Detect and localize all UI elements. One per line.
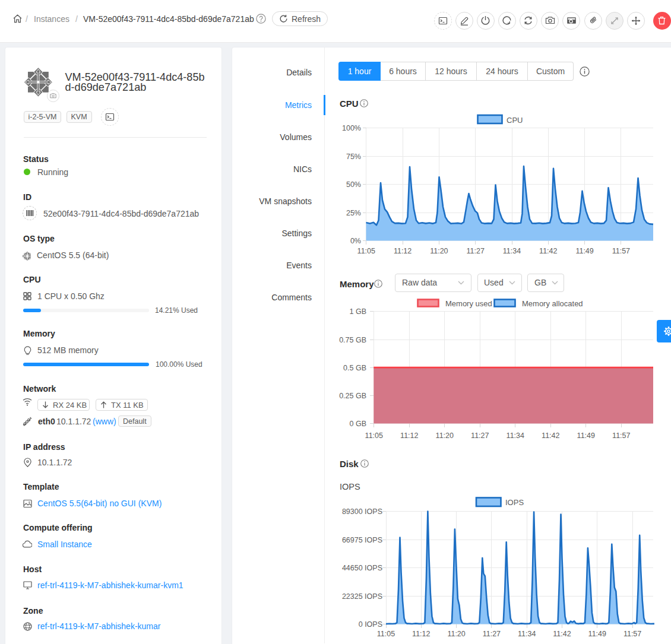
- svg-text:11:27: 11:27: [483, 630, 501, 638]
- svg-text:11:05: 11:05: [365, 432, 383, 440]
- svg-text:1 GB: 1 GB: [350, 307, 367, 316]
- svg-text:Memory allocated: Memory allocated: [522, 299, 583, 308]
- svg-text:11:34: 11:34: [503, 247, 521, 255]
- svg-text:11:34: 11:34: [507, 432, 524, 440]
- svg-text:11:05: 11:05: [357, 247, 375, 255]
- svg-text:25%: 25%: [346, 209, 361, 217]
- svg-text:11:20: 11:20: [430, 247, 448, 255]
- svg-text:22325 IOPS: 22325 IOPS: [342, 592, 382, 601]
- svg-text:11:57: 11:57: [623, 630, 641, 638]
- svg-text:Memory used: Memory used: [445, 299, 492, 308]
- svg-text:11:05: 11:05: [377, 630, 395, 638]
- svg-text:89300 IOPS: 89300 IOPS: [342, 507, 382, 516]
- svg-text:11:57: 11:57: [612, 432, 630, 440]
- svg-text:11:49: 11:49: [588, 630, 606, 638]
- svg-text:CPU: CPU: [507, 116, 523, 125]
- svg-text:100%: 100%: [342, 124, 361, 132]
- svg-text:11:34: 11:34: [518, 630, 536, 638]
- svg-text:0.75 GB: 0.75 GB: [339, 336, 366, 344]
- svg-text:75%: 75%: [346, 153, 361, 161]
- svg-text:44650 IOPS: 44650 IOPS: [342, 564, 382, 572]
- svg-text:11:49: 11:49: [575, 247, 593, 255]
- svg-text:11:27: 11:27: [467, 247, 485, 255]
- svg-text:66975 IOPS: 66975 IOPS: [342, 536, 382, 544]
- svg-text:11:27: 11:27: [471, 432, 489, 440]
- svg-text:0.25 GB: 0.25 GB: [339, 392, 366, 400]
- svg-text:0.5 GB: 0.5 GB: [343, 364, 366, 372]
- svg-text:11:20: 11:20: [436, 432, 454, 440]
- svg-text:11:42: 11:42: [553, 630, 571, 638]
- svg-text:11:12: 11:12: [412, 630, 430, 638]
- svg-text:11:42: 11:42: [539, 247, 557, 255]
- svg-text:50%: 50%: [346, 180, 361, 189]
- svg-text:11:49: 11:49: [577, 432, 595, 440]
- svg-text:11:42: 11:42: [542, 432, 559, 440]
- svg-text:11:57: 11:57: [612, 247, 630, 255]
- svg-text:11:12: 11:12: [394, 247, 412, 255]
- svg-text:11:20: 11:20: [447, 630, 465, 638]
- svg-text:0 IOPS: 0 IOPS: [359, 620, 382, 629]
- svg-text:11:12: 11:12: [400, 432, 418, 440]
- svg-text:0%: 0%: [350, 237, 361, 245]
- svg-text:0 GB: 0 GB: [350, 420, 367, 428]
- svg-text:IOPS: IOPS: [505, 498, 524, 507]
